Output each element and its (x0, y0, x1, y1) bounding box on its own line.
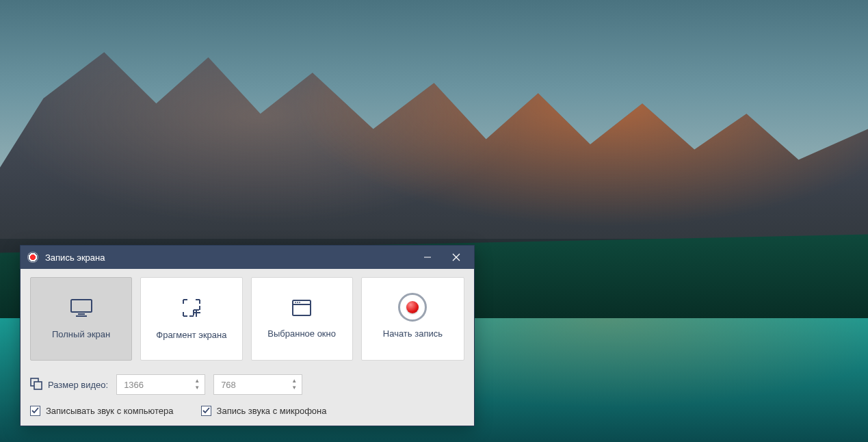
svg-rect-0 (424, 257, 431, 258)
mode-fragment[interactable]: Фрагмент экрана (140, 277, 242, 361)
app-icon (27, 252, 38, 263)
monitor-icon (70, 298, 93, 320)
minimize-button[interactable] (417, 246, 438, 269)
height-input[interactable]: ▲ ▼ (213, 374, 302, 395)
mode-selected-window[interactable]: Выбранное окно (251, 277, 353, 361)
width-stepper[interactable]: ▲ ▼ (192, 376, 202, 393)
screen-recorder-window: Запись экрана Полный экран (20, 245, 475, 426)
close-button[interactable] (445, 246, 467, 269)
resize-icon (30, 378, 42, 392)
width-field[interactable] (117, 375, 205, 394)
mode-label: Полный экран (52, 329, 110, 339)
mode-fullscreen[interactable]: Полный экран (30, 277, 132, 361)
svg-rect-2 (78, 313, 85, 315)
stepper-up-icon[interactable]: ▲ (192, 378, 202, 384)
height-stepper[interactable]: ▲ ▼ (289, 376, 299, 393)
record-mic-audio-checkbox[interactable]: Запись звука с микрофона (201, 406, 327, 416)
record-label: Начать запись (383, 328, 443, 339)
checkbox-label: Записывать звук с компьютера (46, 406, 174, 416)
start-record-button[interactable]: Начать запись (361, 277, 464, 361)
checkbox-label: Запись звука с микрофона (217, 406, 327, 416)
window-title: Запись экрана (45, 252, 410, 263)
record-computer-audio-checkbox[interactable]: Записывать звук с компьютера (30, 406, 174, 416)
window-icon (291, 299, 312, 319)
size-row: Размер видео: ▲ ▼ ▲ ▼ (30, 374, 464, 395)
svg-rect-3 (76, 315, 87, 317)
svg-point-8 (295, 302, 296, 303)
record-icon (398, 293, 427, 322)
mode-label: Выбранное окно (267, 328, 336, 339)
audio-checks-row: Записывать звук с компьютера Запись звук… (30, 406, 464, 416)
titlebar[interactable]: Запись экрана (21, 246, 474, 269)
mode-row: Полный экран Фрагмент экрана (30, 277, 464, 361)
svg-point-9 (297, 302, 298, 303)
svg-rect-1 (71, 300, 92, 312)
window-body: Полный экран Фрагмент экрана (21, 269, 474, 426)
svg-rect-12 (34, 382, 42, 389)
mode-label: Фрагмент экрана (156, 330, 226, 340)
height-field[interactable] (214, 375, 302, 394)
stepper-down-icon[interactable]: ▼ (192, 385, 202, 391)
checkbox-checked-icon (201, 406, 211, 416)
stepper-up-icon[interactable]: ▲ (289, 378, 299, 384)
width-input[interactable]: ▲ ▼ (116, 374, 205, 395)
video-size-label: Размер видео: (48, 380, 108, 390)
checkbox-checked-icon (30, 406, 40, 416)
crop-icon (181, 298, 202, 320)
svg-point-10 (299, 302, 300, 303)
stepper-down-icon[interactable]: ▼ (289, 385, 299, 391)
video-size-label-group: Размер видео: (30, 378, 108, 392)
